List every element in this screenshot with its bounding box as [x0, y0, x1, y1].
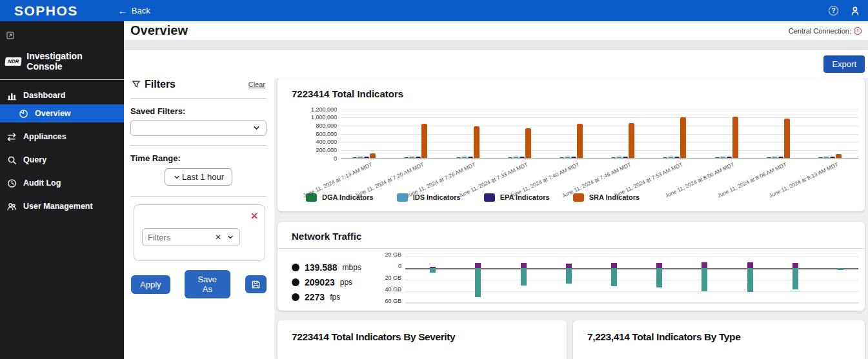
bar-dga-indicators — [663, 157, 667, 158]
y-tick-label: 20 GB — [385, 251, 401, 258]
network-traffic-card: Network Traffic 139.588mbps209023pps2273… — [278, 222, 865, 311]
clock-icon — [6, 179, 17, 188]
bar-ids-indicators — [616, 157, 622, 158]
bar-ids-indicators — [823, 157, 829, 158]
sidebar-item-label: User Management — [23, 202, 93, 211]
divider — [130, 145, 267, 146]
y-tick-label: 1,000,000 — [311, 114, 337, 121]
apply-button[interactable]: Apply — [131, 275, 170, 294]
stat-dot-icon — [292, 293, 299, 301]
central-connection: Central Connection: ! — [789, 27, 862, 35]
ndr-badge: NDR — [5, 57, 22, 66]
bar-traffic-up — [701, 262, 707, 268]
time-range-value: Last 1 hour — [182, 172, 224, 182]
sidebar-item-query[interactable]: Query — [0, 151, 124, 169]
stat-dot-icon — [292, 264, 299, 271]
sidebar-item-label: Query — [23, 155, 46, 164]
sidebar-item-overview[interactable]: Overview — [0, 104, 124, 122]
bar-traffic-down — [656, 268, 662, 288]
bar-sra-indicators — [370, 153, 376, 158]
bar-sra-indicators — [474, 126, 479, 158]
divider — [130, 196, 267, 197]
clear-field-icon[interactable]: ✕ — [215, 233, 221, 242]
bar-dga-indicators — [611, 157, 616, 158]
saved-filters-select[interactable] — [130, 120, 267, 136]
sidebar-nav: DashboardOverviewAppliancesQueryAudit Lo… — [0, 86, 124, 215]
screen: SOPHOS ← Back ? NDR — [0, 0, 868, 359]
gridline — [341, 126, 858, 126]
stat-unit: fps — [330, 293, 340, 302]
sidebar-item-dashboard[interactable]: Dashboard — [0, 86, 124, 104]
export-button[interactable]: Export — [823, 55, 865, 73]
sidebar-item-label: Appliances — [23, 132, 66, 141]
sidebar-item-label: Dashboard — [23, 91, 65, 100]
network-chart: 139.588mbps209023pps2273fps 20 GB020 GB4… — [292, 253, 858, 307]
y-tick-label: 200,000 — [316, 147, 337, 153]
gridline — [405, 291, 858, 292]
topbar-actions: ? — [829, 6, 860, 16]
sidebar: NDR Investigation Console DashboardOverv… — [0, 21, 124, 359]
bar-sra-indicators — [577, 124, 583, 157]
indicators-by-severity-card: 7223414 Total Indicators By Severity — [278, 320, 567, 359]
export-row: Export — [274, 50, 868, 78]
clear-filters-link[interactable]: Clear — [248, 81, 265, 88]
time-range-select[interactable]: Last 1 hour — [165, 168, 232, 186]
save-filter-button[interactable] — [245, 275, 267, 293]
y-tick-label: 1,200,000 — [311, 106, 337, 113]
bar-traffic-down — [838, 268, 843, 271]
connection-warning-icon[interactable]: ! — [854, 27, 862, 35]
bar-traffic-down — [747, 268, 753, 293]
filter-field-select[interactable]: Filters ✕ — [142, 228, 240, 246]
chevron-down-icon — [173, 173, 181, 181]
stat-value: 139.588 — [305, 262, 338, 273]
scroll-strip — [124, 40, 868, 50]
bar-sra-indicators — [732, 117, 738, 158]
back-label: Back — [132, 6, 150, 15]
bar-dga-indicators — [508, 157, 512, 158]
stat-dot-icon — [292, 278, 299, 286]
bar-sra-indicators — [629, 123, 634, 158]
network-stat-mbps: 139.588mbps — [292, 260, 377, 275]
bar-epa-indicators — [571, 157, 576, 157]
bar-dga-indicators — [352, 157, 357, 158]
filters-title-row: Filters Clear — [130, 59, 267, 97]
y-tick-label: 40 GB — [385, 286, 401, 293]
stat-unit: pps — [340, 278, 352, 287]
bar-traffic-up — [747, 262, 753, 268]
save-as-button[interactable]: Save As — [185, 270, 230, 298]
bar-dga-indicators — [404, 157, 409, 158]
bottom-cards-row: 7223414 Total Indicators By Severity 7,2… — [274, 320, 868, 359]
y-tick-label: 0 — [334, 155, 337, 162]
bar-epa-indicators — [830, 157, 835, 157]
indicators-y-axis: 1,200,0001,000,000800,000600,000400,0002… — [292, 110, 341, 159]
indicators-plot — [341, 110, 858, 159]
indicators-chart: 1,200,0001,000,000800,000600,000400,0002… — [292, 110, 858, 159]
remove-filter-group-icon[interactable]: ✕ — [250, 211, 258, 220]
sidebar-item-label: Overview — [35, 109, 71, 118]
bar-epa-indicators — [674, 157, 680, 157]
bar-traffic-down — [701, 268, 707, 291]
divider — [278, 248, 865, 249]
back-button[interactable]: ← Back — [118, 6, 150, 15]
bar-sra-indicators — [680, 117, 686, 157]
bar-traffic-up — [475, 263, 481, 268]
bar-ids-indicators — [720, 157, 726, 158]
bar-traffic-down — [521, 268, 527, 286]
network-plot — [405, 257, 858, 303]
network-traffic-title: Network Traffic — [292, 231, 858, 242]
sidebar-item-audit-log[interactable]: Audit Log — [0, 174, 124, 192]
stat-unit: mbps — [343, 263, 361, 272]
time-range-wrap: Last 1 hour — [130, 168, 267, 186]
collapse-sidebar-icon[interactable] — [5, 30, 124, 41]
search-icon — [6, 155, 17, 165]
back-arrow-icon: ← — [118, 6, 128, 15]
sidebar-item-appliances[interactable]: Appliances — [0, 128, 124, 146]
body: NDR Investigation Console DashboardOverv… — [0, 21, 868, 359]
gridline — [405, 280, 858, 280]
user-account-icon[interactable] — [850, 6, 860, 16]
bar-traffic-down — [611, 268, 617, 287]
sidebar-item-user-management[interactable]: User Management — [0, 197, 124, 215]
help-icon[interactable]: ? — [829, 6, 838, 15]
legend-swatch — [484, 193, 495, 202]
chevron-down-icon — [252, 124, 261, 132]
